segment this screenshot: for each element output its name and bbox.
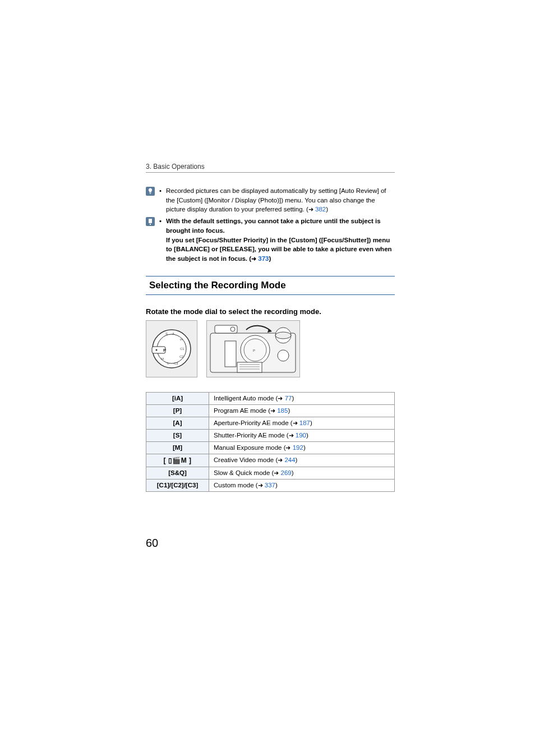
mode-cell: [S&Q] bbox=[146, 467, 209, 479]
illustration-row: P SA iA C1 C2 C3 ↻ M P bbox=[146, 320, 395, 377]
table-row: [M]Manual Exposure mode ( 192) bbox=[146, 441, 395, 454]
page-link-192[interactable]: 192 bbox=[293, 444, 303, 451]
section-heading-wrap: Selecting the Recording Mode bbox=[146, 276, 395, 295]
svg-text:↻: ↻ bbox=[167, 362, 169, 365]
arrow-right-icon bbox=[285, 444, 290, 451]
table-row: [A]Aperture-Priority AE mode ( 187) bbox=[146, 417, 395, 429]
mode-description: Shutter-Priority AE mode ( 190) bbox=[209, 429, 395, 441]
svg-point-19 bbox=[230, 327, 235, 331]
svg-text:iA: iA bbox=[180, 338, 183, 341]
svg-point-7 bbox=[156, 349, 158, 351]
arrow-right-icon bbox=[289, 432, 294, 439]
info-flag-icon bbox=[146, 217, 155, 226]
note-text: If you set [Focus/Shutter Priority] in t… bbox=[166, 237, 392, 262]
mode-description: Creative Video mode ( 244) bbox=[209, 454, 395, 467]
svg-rect-2 bbox=[149, 219, 152, 223]
arrow-right-icon bbox=[258, 482, 263, 488]
mode-description: Custom mode ( 337) bbox=[209, 479, 395, 491]
subheading: Rotate the mode dial to select the recor… bbox=[146, 307, 395, 316]
note-focus-default: With the default settings, you cannot ta… bbox=[146, 216, 395, 264]
svg-text:C3: C3 bbox=[174, 362, 178, 365]
mode-cell: [iA] bbox=[146, 392, 209, 404]
table-row: [ ▯🎬M ]Creative Video mode ( 244) bbox=[146, 454, 395, 467]
mode-description: Program AE mode ( 185) bbox=[209, 404, 395, 417]
svg-text:P: P bbox=[253, 349, 255, 352]
mode-cell: [M] bbox=[146, 441, 209, 454]
arrow-right-icon bbox=[278, 457, 283, 463]
page-link-373[interactable]: 373 bbox=[258, 255, 269, 262]
svg-rect-27 bbox=[237, 362, 262, 372]
mode-cell: [P] bbox=[146, 404, 209, 417]
note-auto-review: Recorded pictures can be displayed autom… bbox=[146, 186, 395, 214]
mode-dial-diagram: P SA iA C1 C2 C3 ↻ M bbox=[146, 320, 197, 377]
table-row: [P]Program AE mode ( 185) bbox=[146, 404, 395, 417]
page-number: 60 bbox=[146, 537, 395, 550]
table-row: [S&Q]Slow & Quick mode ( 269) bbox=[146, 467, 395, 479]
arrow-right-icon bbox=[278, 395, 283, 402]
table-row: [S]Shutter-Priority AE mode ( 190) bbox=[146, 429, 395, 441]
table-row: [C1]/[C2]/[C3]Custom mode ( 337) bbox=[146, 479, 395, 491]
svg-text:P: P bbox=[163, 348, 167, 353]
arrow-right-icon bbox=[274, 469, 279, 476]
page-link-337[interactable]: 337 bbox=[265, 482, 275, 488]
header-rule bbox=[146, 172, 395, 173]
svg-text:M: M bbox=[161, 357, 164, 361]
section-heading: Selecting the Recording Mode bbox=[149, 280, 395, 291]
page-link-190[interactable]: 190 bbox=[296, 432, 306, 439]
mode-cell: [A] bbox=[146, 417, 209, 429]
svg-text:C2: C2 bbox=[179, 355, 184, 358]
page-link-382[interactable]: 382 bbox=[315, 206, 326, 213]
manual-page: 3. Basic Operations Recorded pictures ca… bbox=[0, 0, 535, 583]
page-link-187[interactable]: 187 bbox=[299, 420, 310, 426]
notes-block: Recorded pictures can be displayed autom… bbox=[146, 186, 395, 264]
arrow-right-icon bbox=[251, 255, 256, 262]
mode-description: Manual Exposure mode ( 192) bbox=[209, 441, 395, 454]
svg-point-26 bbox=[278, 350, 289, 361]
mode-description: Aperture-Priority AE mode ( 187) bbox=[209, 417, 395, 429]
note-text: With the default settings, you cannot ta… bbox=[166, 218, 381, 234]
arrow-right-icon bbox=[308, 206, 313, 213]
svg-rect-3 bbox=[150, 224, 151, 225]
mode-description: Intelligent Auto mode ( 77) bbox=[209, 392, 395, 404]
svg-rect-20 bbox=[225, 341, 236, 367]
page-link-244[interactable]: 244 bbox=[284, 457, 295, 463]
creative-video-mode-icon: [ ▯🎬M ] bbox=[163, 457, 191, 464]
svg-text:A: A bbox=[172, 332, 174, 335]
mode-cell: [C1]/[C2]/[C3] bbox=[146, 479, 209, 491]
table-row: [iA]Intelligent Auto mode ( 77) bbox=[146, 392, 395, 404]
mode-cell: [ ▯🎬M ] bbox=[146, 454, 209, 467]
page-link-185[interactable]: 185 bbox=[277, 407, 288, 414]
svg-text:S: S bbox=[165, 332, 168, 335]
note-text: Recorded pictures can be displayed autom… bbox=[166, 187, 386, 213]
lightbulb-icon bbox=[146, 187, 155, 196]
svg-point-25 bbox=[275, 332, 291, 339]
svg-text:C1: C1 bbox=[180, 347, 185, 351]
arrow-right-icon bbox=[270, 407, 275, 414]
camera-top-diagram: P bbox=[206, 320, 300, 377]
mode-cell: [S] bbox=[146, 429, 209, 441]
page-link-269[interactable]: 269 bbox=[281, 469, 292, 476]
chapter-header: 3. Basic Operations bbox=[146, 163, 395, 170]
page-link-77[interactable]: 77 bbox=[285, 395, 292, 402]
arrow-right-icon bbox=[293, 420, 298, 426]
recording-modes-table: [iA]Intelligent Auto mode ( 77)[P]Progra… bbox=[146, 392, 395, 492]
mode-description: Slow & Quick mode ( 269) bbox=[209, 467, 395, 479]
